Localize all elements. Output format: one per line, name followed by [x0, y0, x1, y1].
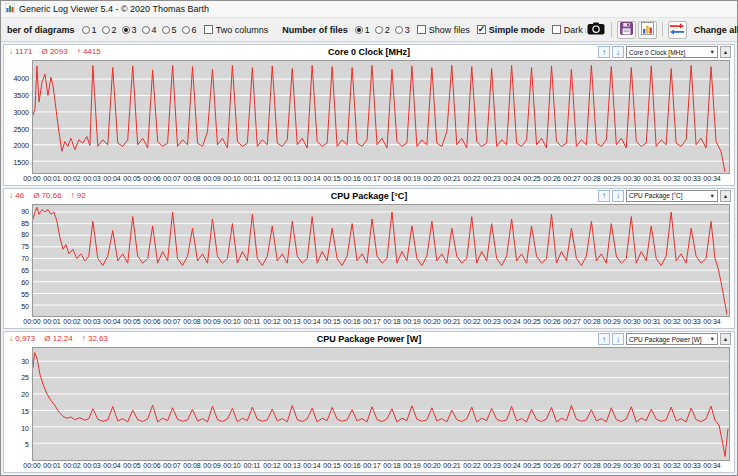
y-tick-label: 85	[21, 219, 29, 226]
x-tick-label: 00:03	[83, 318, 101, 325]
y-tick-label: 55	[21, 290, 29, 297]
stat-max: ↑ 4415	[77, 47, 101, 56]
x-tick-label: 00:02	[63, 318, 81, 325]
x-tick-label: 00:17	[363, 175, 381, 182]
channel-up-button[interactable]: ↑	[598, 46, 610, 58]
x-tick-label: 00:33	[683, 175, 701, 182]
collapse-button[interactable]: ▲	[720, 46, 731, 58]
radio-icon	[142, 26, 150, 34]
x-tick-label: 00:10	[223, 462, 241, 469]
x-tick-label: 00:11	[244, 175, 261, 182]
diagrams-radio-5[interactable]: 5	[157, 25, 177, 35]
x-tick-label: 00:14	[303, 462, 321, 469]
y-tick-label: 2000	[13, 142, 29, 149]
channel-select[interactable]: CPU Package Power [W] ▼	[626, 333, 718, 345]
files-radio-1[interactable]: 1	[350, 25, 370, 35]
x-tick-label: 00:12	[263, 462, 281, 469]
x-tick-label: 00:29	[603, 318, 621, 325]
collapse-button[interactable]: ▲	[720, 333, 731, 345]
x-tick-label: 00:03	[83, 175, 101, 182]
files-radio-2[interactable]: 2	[370, 25, 390, 35]
x-tick-label: 00:23	[483, 175, 501, 182]
chart-stats: ↓ 1171 Ø 2093 ↑ 4415	[9, 47, 101, 56]
x-tick-label: 00:25	[523, 462, 541, 469]
save-button[interactable]	[617, 21, 636, 39]
files-label: Number of files	[282, 25, 348, 35]
diagrams-radio-6[interactable]: 6	[177, 25, 197, 35]
x-tick-label: 00:07	[163, 318, 181, 325]
chevron-down-icon: ▼	[710, 336, 715, 342]
y-tick-label: 2500	[13, 125, 29, 132]
channel-down-button[interactable]: ↓	[612, 333, 624, 345]
up-arrow-icon: ↑	[602, 48, 606, 57]
x-tick-label: 00:12	[263, 175, 281, 182]
compare-button[interactable]	[668, 21, 687, 39]
x-tick-label: 00:01	[43, 175, 61, 182]
x-tick-label: 00:19	[403, 462, 421, 469]
down-arrow-icon: ↓	[616, 335, 620, 344]
plot-area[interactable]	[32, 204, 730, 318]
dark-mode-checkbox[interactable]: Dark mode	[545, 25, 586, 35]
chart-controls: ↑ ↓ CPU Package [°C] ▼ ▲	[598, 190, 731, 202]
stat-min: ↓ 46	[9, 191, 24, 200]
diagrams-radio-2[interactable]: 2	[97, 25, 117, 35]
radio-icon	[182, 26, 190, 34]
diagrams-radio-4[interactable]: 4	[137, 25, 157, 35]
x-tick-label: 00:10	[223, 175, 241, 182]
y-axis: 505560657075808590	[4, 204, 32, 318]
screenshot-button[interactable]	[587, 21, 606, 39]
plot-area[interactable]	[32, 347, 730, 461]
channel-up-button[interactable]: ↑	[598, 333, 610, 345]
show-files-checkbox[interactable]: Show files	[410, 25, 470, 35]
chart-controls: ↑ ↓ CPU Package Power [W] ▼ ▲	[598, 333, 731, 345]
separator	[662, 22, 663, 37]
x-tick-label: 00:22	[463, 175, 481, 182]
x-tick-label: 00:06	[143, 318, 161, 325]
collapse-icon: ▲	[723, 193, 728, 199]
radio-icon	[395, 26, 403, 34]
x-tick-label: 00:34	[703, 462, 721, 469]
x-tick-label: 00:14	[303, 175, 321, 182]
line-chart	[33, 61, 729, 173]
charts-area: ↓ 1171 Ø 2093 ↑ 4415 Core 0 Clock [MHz] …	[1, 42, 737, 475]
x-axis: 00:0000:0100:0200:0300:0400:0500:0600:07…	[32, 461, 730, 472]
y-tick-label: 4000	[13, 75, 29, 82]
x-axis: 00:0000:0100:0200:0300:0400:0500:0600:07…	[32, 317, 730, 328]
y-tick-label: 15	[21, 407, 29, 414]
diagrams-radio-3[interactable]: 3	[117, 25, 137, 35]
plot-area[interactable]	[32, 60, 730, 174]
app-icon	[5, 3, 15, 15]
channel-select[interactable]: Core 0 Clock [MHz] ▼	[626, 46, 718, 58]
stat-max: ↑ 92	[71, 191, 86, 200]
channel-select[interactable]: CPU Package [°C] ▼	[626, 190, 718, 202]
line-chart	[33, 348, 729, 460]
y-tick-label: 50	[21, 302, 29, 309]
channel-down-button[interactable]: ↓	[612, 190, 624, 202]
checkbox-icon	[552, 25, 561, 34]
y-axis: 51015202530	[4, 347, 32, 461]
chevron-down-icon: ▼	[710, 193, 715, 199]
x-tick-label: 00:18	[383, 175, 401, 182]
x-tick-label: 00:07	[163, 462, 181, 469]
plot-row: 150020002500300035004000	[4, 60, 734, 174]
x-tick-label: 00:16	[343, 318, 361, 325]
radio-icon	[82, 26, 90, 34]
chart-header: ↓ 0,973 Ø 12,24 ↑ 32,63 CPU Package Powe…	[4, 332, 734, 347]
x-tick-label: 00:24	[503, 175, 521, 182]
compare-arrows-icon	[669, 23, 685, 37]
diagram-settings-button[interactable]	[638, 21, 657, 39]
channel-up-button[interactable]: ↑	[598, 190, 610, 202]
x-tick-label: 00:05	[123, 175, 141, 182]
up-arrow-icon: ↑	[602, 191, 606, 200]
channel-down-button[interactable]: ↓	[612, 46, 624, 58]
separator	[611, 22, 612, 37]
two-columns-checkbox[interactable]: Two columns	[197, 25, 269, 35]
x-tick-label: 00:07	[163, 175, 181, 182]
radio-icon	[375, 26, 383, 34]
diagrams-radio-1[interactable]: 1	[77, 25, 97, 35]
simple-mode-checkbox[interactable]: Simple mode	[470, 25, 545, 35]
collapse-button[interactable]: ▲	[720, 190, 731, 202]
stat-avg: Ø 12,24	[44, 334, 72, 343]
files-radio-3[interactable]: 3	[390, 25, 410, 35]
x-tick-label: 00:05	[123, 318, 141, 325]
